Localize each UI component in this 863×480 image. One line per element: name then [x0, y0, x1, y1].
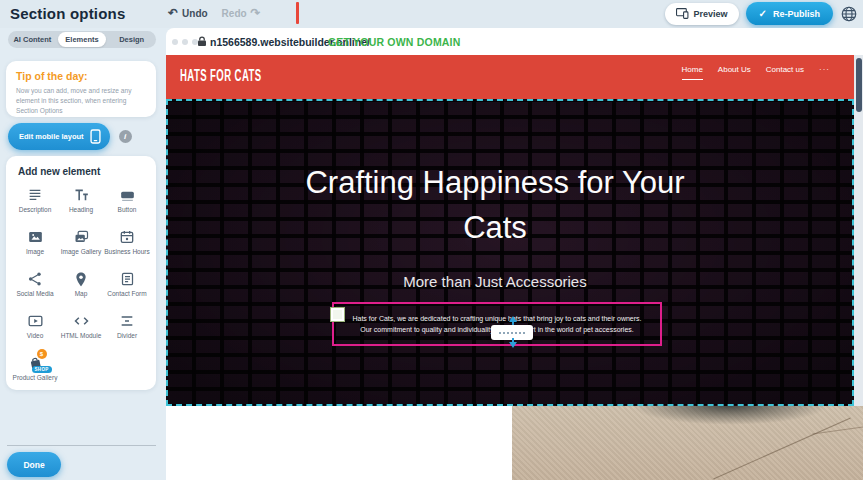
contact-form-icon — [120, 270, 135, 288]
undo-icon: ↶ — [168, 7, 178, 19]
heading-icon — [73, 186, 90, 204]
nav-more-icon[interactable]: ··· — [819, 65, 830, 74]
add-element-heading: Add new element — [12, 166, 150, 177]
sidebar-divider — [7, 445, 156, 446]
element-social-media[interactable]: Social Media — [12, 267, 58, 305]
element-product-gallery[interactable]: SHOP $ Product Gallery — [12, 351, 58, 389]
tab-elements[interactable]: Elements — [58, 32, 107, 47]
image-icon — [27, 228, 44, 246]
business-hours-icon — [119, 228, 135, 246]
site-logo[interactable]: HATS FOR CATS — [180, 67, 262, 85]
description-icon — [27, 186, 43, 204]
red-indicator — [296, 2, 299, 24]
redo-icon: ↷ — [251, 7, 261, 19]
element-drag-handle[interactable] — [331, 308, 344, 321]
paid-feature-badge: $ — [37, 349, 47, 359]
next-section-background-image — [512, 406, 863, 480]
hero-section-selected[interactable]: Crafting Happiness for Your Cats More th… — [166, 99, 854, 406]
code-icon — [73, 312, 90, 330]
site-preview: n1566589.websitebuilder.online/ GET YOUR… — [166, 28, 863, 480]
tip-body: Now you can add, move and resize any ele… — [16, 86, 146, 116]
mobile-layout-row: Edit mobile layout i — [8, 123, 132, 150]
element-html-module[interactable]: HTML Module — [58, 309, 104, 347]
element-contact-form[interactable]: Contact Form — [104, 267, 150, 305]
resize-arrow-down-icon — [509, 342, 517, 348]
section-options-sidebar: AI Content Elements Design Tip of the da… — [0, 28, 166, 480]
redo-label: Redo — [222, 8, 247, 19]
element-video[interactable]: Video — [12, 309, 58, 347]
social-media-icon — [27, 270, 43, 288]
republish-label: Re-Publish — [773, 9, 820, 19]
preview-button[interactable]: Preview — [665, 3, 739, 25]
scrollbar-thumb[interactable] — [856, 58, 862, 112]
tip-heading: Tip of the day: — [16, 70, 146, 82]
site-nav: Home About Us Contact us ··· — [682, 65, 831, 80]
nav-about-us[interactable]: About Us — [718, 65, 751, 79]
section-resize-handle[interactable] — [491, 315, 533, 349]
panel-tabs: AI Content Elements Design — [8, 31, 156, 48]
hero-heading[interactable]: Crafting Happiness for Your Cats — [168, 161, 822, 251]
topbar-right-controls: Preview ✓ Re-Publish — [665, 2, 858, 25]
page-title: Section options — [10, 5, 126, 22]
redo-button[interactable]: Redo ↷ — [222, 7, 261, 19]
editor-topbar: Section options ↶ Undo Redo ↷ Preview ✓ … — [0, 0, 863, 28]
element-business-hours[interactable]: Business Hours — [104, 225, 150, 263]
republish-button[interactable]: ✓ Re-Publish — [746, 2, 833, 25]
info-icon[interactable]: i — [119, 130, 132, 143]
image-gallery-icon — [73, 228, 90, 246]
hero-subheading[interactable]: More than Just Accessories — [168, 273, 822, 290]
add-element-panel: Add new element Description Heading — [6, 156, 156, 390]
app-window: Section options ↶ Undo Redo ↷ Preview ✓ … — [0, 0, 863, 480]
element-map[interactable]: Map — [58, 267, 104, 305]
preview-label: Preview — [694, 9, 728, 19]
undo-label: Undo — [182, 8, 208, 19]
element-button[interactable]: Button — [104, 183, 150, 221]
product-gallery-icon: SHOP $ — [28, 354, 43, 372]
button-icon — [119, 186, 136, 204]
element-image[interactable]: Image — [12, 225, 58, 263]
video-icon — [27, 312, 44, 330]
phone-icon — [90, 129, 101, 144]
nav-contact-us[interactable]: Contact us — [766, 65, 804, 79]
language-globe-icon[interactable] — [840, 5, 858, 23]
get-domain-link[interactable]: GET YOUR OWN DOMAIN — [328, 36, 461, 48]
map-pin-icon — [74, 270, 88, 288]
element-divider[interactable]: Divider — [104, 309, 150, 347]
edit-mobile-layout-label: Edit mobile layout — [19, 132, 84, 141]
concrete-seam — [713, 418, 850, 480]
devices-icon — [676, 8, 689, 19]
tab-design[interactable]: Design — [107, 31, 156, 48]
check-icon: ✓ — [759, 8, 767, 19]
window-control-dots — [172, 39, 198, 45]
tab-ai-content[interactable]: AI Content — [8, 31, 57, 48]
nav-home[interactable]: Home — [682, 65, 703, 80]
site-header: HATS FOR CATS Home About Us Contact us ·… — [166, 55, 854, 99]
preview-scrollbar[interactable] — [854, 55, 863, 406]
undo-button[interactable]: ↶ Undo — [168, 7, 208, 19]
grip-dots — [499, 332, 525, 334]
edit-mobile-layout-button[interactable]: Edit mobile layout — [8, 123, 110, 150]
hero-content: Crafting Happiness for Your Cats More th… — [168, 101, 822, 404]
shop-badge: SHOP — [32, 366, 52, 373]
history-controls: ↶ Undo Redo ↷ — [168, 7, 261, 19]
element-heading[interactable]: Heading — [58, 183, 104, 221]
divider-icon — [119, 312, 135, 330]
element-description[interactable]: Description — [12, 183, 58, 221]
tip-of-the-day-card: Tip of the day: Now you can add, move an… — [6, 61, 156, 117]
browser-bar: n1566589.websitebuilder.online/ GET YOUR… — [166, 28, 863, 55]
element-grid: Description Heading Button — [12, 183, 150, 389]
element-image-gallery[interactable]: Image Gallery — [58, 225, 104, 263]
done-button[interactable]: Done — [7, 452, 61, 477]
lock-icon — [197, 36, 207, 47]
next-section-left — [166, 406, 512, 480]
